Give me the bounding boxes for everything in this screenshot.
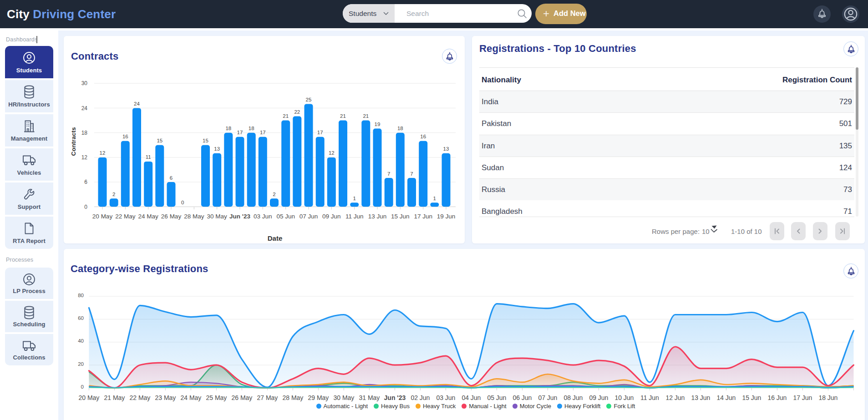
svg-text:10 Jun: 10 Jun xyxy=(614,394,634,401)
svg-text:21: 21 xyxy=(283,113,289,119)
svg-text:19: 19 xyxy=(375,121,381,127)
svg-text:15 Jun: 15 Jun xyxy=(391,213,410,220)
svg-text:13 Jun: 13 Jun xyxy=(368,213,387,220)
svg-text:28 May: 28 May xyxy=(184,213,204,220)
svg-text:13 Jun: 13 Jun xyxy=(691,394,710,401)
svg-text:07 Jun: 07 Jun xyxy=(299,213,318,220)
svg-text:11 Jun: 11 Jun xyxy=(345,213,364,220)
svg-text:11 Jun: 11 Jun xyxy=(640,394,659,401)
svg-text:0: 0 xyxy=(81,384,84,390)
svg-text:18: 18 xyxy=(225,126,231,131)
svg-text:18 Jun: 18 Jun xyxy=(818,394,838,401)
svg-text:14 Jun: 14 Jun xyxy=(716,394,736,401)
svg-text:22 May: 22 May xyxy=(129,394,150,401)
svg-text:0: 0 xyxy=(84,204,87,210)
svg-text:80: 80 xyxy=(78,293,84,298)
svg-text:17: 17 xyxy=(237,130,243,135)
svg-text:16 Jun: 16 Jun xyxy=(767,394,787,401)
svg-text:15 Jun: 15 Jun xyxy=(742,394,761,401)
svg-text:7: 7 xyxy=(387,171,390,177)
svg-text:6: 6 xyxy=(170,175,173,181)
svg-text:02 Jun: 02 Jun xyxy=(411,394,430,401)
svg-text:16: 16 xyxy=(420,134,426,139)
svg-text:17 Jun: 17 Jun xyxy=(414,213,432,220)
svg-text:1: 1 xyxy=(353,196,355,201)
svg-text:24 May: 24 May xyxy=(138,213,159,220)
svg-text:05 Jun: 05 Jun xyxy=(487,394,506,401)
svg-text:24: 24 xyxy=(81,105,88,111)
svg-text:24 May: 24 May xyxy=(180,394,201,401)
svg-text:25: 25 xyxy=(306,97,312,102)
svg-text:15: 15 xyxy=(203,138,208,143)
svg-text:12: 12 xyxy=(81,154,88,161)
svg-text:20 May: 20 May xyxy=(92,213,113,220)
svg-text:27 May: 27 May xyxy=(257,394,278,401)
svg-text:29 May: 29 May xyxy=(308,394,329,401)
svg-text:21: 21 xyxy=(363,113,369,119)
svg-text:08 Jun: 08 Jun xyxy=(563,394,583,401)
svg-text:26 May: 26 May xyxy=(231,394,252,401)
svg-text:18: 18 xyxy=(249,126,254,131)
svg-text:24: 24 xyxy=(134,101,140,106)
svg-text:20 May: 20 May xyxy=(78,394,99,401)
svg-text:09 Jun: 09 Jun xyxy=(589,394,608,401)
svg-text:30: 30 xyxy=(81,80,88,86)
svg-text:2: 2 xyxy=(273,192,275,197)
svg-text:60: 60 xyxy=(78,315,84,321)
svg-text:18: 18 xyxy=(397,126,403,131)
svg-text:26 May: 26 May xyxy=(161,213,182,220)
svg-text:18: 18 xyxy=(81,130,88,136)
svg-text:25 May: 25 May xyxy=(206,394,227,401)
svg-text:20: 20 xyxy=(78,361,84,367)
svg-text:17: 17 xyxy=(260,130,266,135)
svg-text:Jun '23: Jun '23 xyxy=(384,394,406,401)
svg-text:13: 13 xyxy=(214,146,220,152)
svg-text:30 May: 30 May xyxy=(333,394,354,401)
svg-text:31 May: 31 May xyxy=(359,394,380,401)
svg-text:19 Jun: 19 Jun xyxy=(437,213,456,220)
svg-text:06 Jun: 06 Jun xyxy=(513,394,532,401)
svg-text:12: 12 xyxy=(329,150,335,156)
svg-text:22 May: 22 May xyxy=(115,213,136,220)
svg-text:22: 22 xyxy=(294,109,300,115)
svg-text:21 May: 21 May xyxy=(104,394,125,401)
svg-text:Date: Date xyxy=(268,234,283,242)
svg-text:Contracts: Contracts xyxy=(70,127,77,156)
svg-text:04 Jun: 04 Jun xyxy=(462,394,481,401)
svg-text:12: 12 xyxy=(100,150,106,156)
svg-text:6: 6 xyxy=(84,179,87,185)
svg-text:12 Jun: 12 Jun xyxy=(665,394,685,401)
svg-text:23 May: 23 May xyxy=(155,394,176,401)
svg-text:21: 21 xyxy=(340,113,346,119)
svg-text:30 May: 30 May xyxy=(207,213,228,220)
svg-text:28 May: 28 May xyxy=(282,394,303,401)
svg-text:7: 7 xyxy=(410,171,413,177)
svg-text:Jun '23: Jun '23 xyxy=(229,213,250,220)
svg-text:05 Jun: 05 Jun xyxy=(276,213,295,220)
svg-text:40: 40 xyxy=(78,338,84,344)
svg-text:15: 15 xyxy=(157,138,162,143)
svg-text:1: 1 xyxy=(433,196,436,201)
svg-text:03 Jun: 03 Jun xyxy=(436,394,455,401)
svg-text:2: 2 xyxy=(112,192,115,197)
svg-text:13: 13 xyxy=(443,146,449,152)
svg-text:17: 17 xyxy=(317,130,323,135)
svg-text:16: 16 xyxy=(122,134,128,139)
svg-text:0: 0 xyxy=(181,200,184,205)
svg-text:03 Jun: 03 Jun xyxy=(254,213,272,220)
svg-text:17 Jun: 17 Jun xyxy=(793,394,812,401)
svg-text:09 Jun: 09 Jun xyxy=(322,213,341,220)
svg-text:11: 11 xyxy=(146,154,151,160)
svg-text:07 Jun: 07 Jun xyxy=(538,394,557,401)
